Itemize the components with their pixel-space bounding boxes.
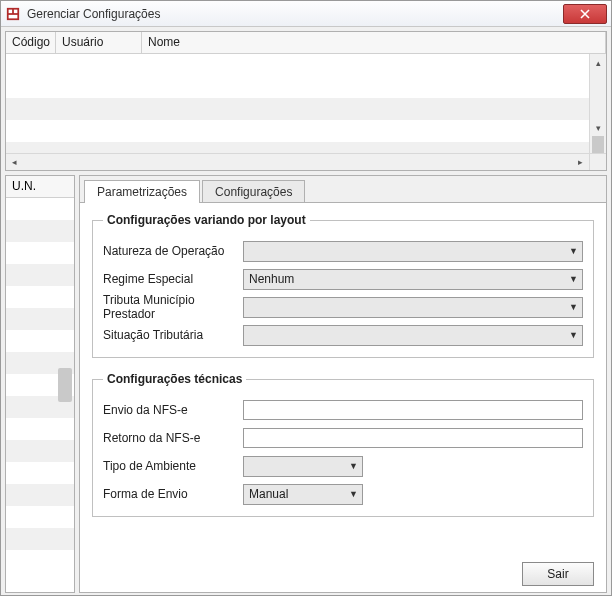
input-envio-nfse[interactable] [243, 400, 583, 420]
svg-rect-2 [14, 9, 18, 13]
list-item [6, 462, 74, 484]
label-forma-envio: Forma de Envio [103, 487, 243, 501]
label-retorno-nfse: Retorno da NFS-e [103, 431, 243, 445]
grid-horizontal-scrollbar[interactable]: ◂ ▸ [6, 153, 606, 170]
column-header-usuario[interactable]: Usuário [56, 32, 142, 53]
grid-body[interactable]: ▴ ▾ [6, 54, 606, 153]
close-icon [580, 9, 590, 19]
column-header-un[interactable]: U.N. [6, 176, 74, 198]
select-situacao-tributaria[interactable]: ▼ [243, 325, 583, 346]
list-item [6, 308, 74, 330]
table-row [6, 76, 606, 98]
group-legend-tecnicas: Configurações técnicas [103, 372, 246, 386]
scroll-right-icon[interactable]: ▸ [572, 154, 589, 170]
group-config-tecnicas: Configurações técnicas Envio da NFS-e Re… [92, 372, 594, 517]
list-item [6, 550, 74, 572]
label-tipo-ambiente: Tipo de Ambiente [103, 459, 243, 473]
close-button[interactable] [563, 4, 607, 24]
user-grid: Código Usuário Nome ▴ ▾ ◂ ▸ [5, 31, 607, 171]
tabs: Parametrizações Configurações [80, 176, 606, 202]
detail-panel: Parametrizações Configurações Configuraç… [79, 175, 607, 593]
label-regime-especial: Regime Especial [103, 272, 243, 286]
chevron-down-icon: ▼ [564, 246, 582, 256]
list-item [6, 330, 74, 352]
chevron-down-icon: ▼ [564, 274, 582, 284]
chevron-down-icon: ▼ [564, 302, 582, 312]
list-item [6, 418, 74, 440]
input-retorno-nfse[interactable] [243, 428, 583, 448]
sair-button[interactable]: Sair [522, 562, 594, 586]
tab-content-parametrizacoes: Configurações variando por layout Nature… [80, 202, 606, 592]
tab-parametrizacoes[interactable]: Parametrizações [84, 180, 200, 203]
select-value: Manual [244, 487, 344, 501]
list-item [6, 484, 74, 506]
label-natureza-operacao: Natureza de Operação [103, 244, 243, 258]
table-row [6, 120, 606, 142]
chevron-down-icon: ▼ [344, 461, 362, 471]
list-item [6, 506, 74, 528]
table-row [6, 54, 606, 76]
label-envio-nfse: Envio da NFS-e [103, 403, 243, 417]
select-value: Nenhum [244, 272, 564, 286]
select-tributa-municipio[interactable]: ▼ [243, 297, 583, 318]
grid-vertical-scrollbar[interactable]: ▴ ▾ [589, 54, 606, 153]
lower-pane: U.N. Parametrizações Configurações [5, 175, 607, 593]
column-header-nome[interactable]: Nome [142, 32, 606, 53]
footer: Sair [92, 550, 594, 586]
chevron-down-icon: ▼ [344, 489, 362, 499]
scroll-thumb[interactable] [58, 368, 72, 402]
list-item [6, 220, 74, 242]
column-header-codigo[interactable]: Código [6, 32, 56, 53]
scroll-down-icon[interactable]: ▾ [590, 119, 606, 136]
list-item [6, 264, 74, 286]
svg-rect-1 [9, 9, 13, 13]
table-row [6, 98, 606, 120]
list-item [6, 198, 74, 220]
group-legend-layout: Configurações variando por layout [103, 213, 310, 227]
list-item [6, 440, 74, 462]
label-situacao-tributaria: Situação Tributária [103, 328, 243, 342]
tab-configuracoes[interactable]: Configurações [202, 180, 305, 203]
select-forma-envio[interactable]: Manual ▼ [243, 484, 363, 505]
list-item [6, 242, 74, 264]
select-natureza-operacao[interactable]: ▼ [243, 241, 583, 262]
svg-rect-3 [9, 14, 18, 18]
titlebar: Gerenciar Configurações [1, 1, 611, 27]
window-title: Gerenciar Configurações [27, 7, 563, 21]
scroll-up-icon[interactable]: ▴ [590, 54, 606, 71]
select-tipo-ambiente[interactable]: ▼ [243, 456, 363, 477]
list-item [6, 286, 74, 308]
un-body[interactable] [6, 198, 74, 592]
grid-header: Código Usuário Nome [6, 32, 606, 54]
scroll-left-icon[interactable]: ◂ [6, 154, 23, 170]
select-regime-especial[interactable]: Nenhum ▼ [243, 269, 583, 290]
list-item [6, 528, 74, 550]
table-row [6, 142, 606, 153]
chevron-down-icon: ▼ [564, 330, 582, 340]
un-grid: U.N. [5, 175, 75, 593]
app-icon [5, 6, 21, 22]
label-tributa-municipio: Tributa Município Prestador [103, 293, 243, 321]
group-config-layout: Configurações variando por layout Nature… [92, 213, 594, 358]
